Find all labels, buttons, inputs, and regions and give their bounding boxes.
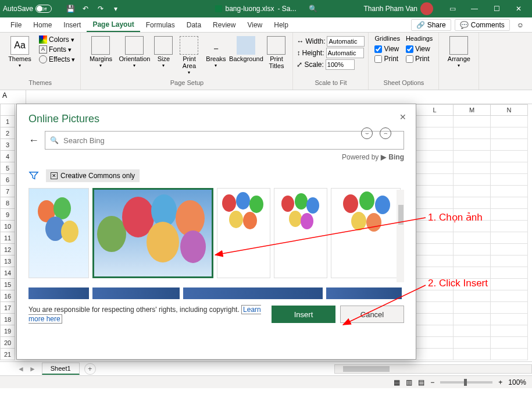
view-normal-icon[interactable]: ▦	[394, 378, 400, 386]
smiley-icon[interactable]: ☺	[517, 21, 524, 29]
result-thumb[interactable]	[28, 188, 89, 278]
row-header[interactable]: 7	[0, 186, 15, 197]
close-icon[interactable]: ✕	[508, 1, 529, 17]
sheet-nav-next-icon[interactable]: ►	[29, 365, 36, 373]
colors-button[interactable]: Colors ▾	[37, 35, 77, 44]
row-header[interactable]: 16	[0, 290, 15, 302]
zoom-slider[interactable]	[440, 381, 492, 384]
breaks-button[interactable]: ⎯Breaks▾	[203, 35, 228, 69]
print-titles-button[interactable]: Print Titles	[263, 35, 289, 70]
tab-formulas[interactable]: Formulas	[140, 19, 181, 31]
row-header[interactable]: 5	[0, 162, 15, 174]
row-header[interactable]: 11	[0, 232, 15, 244]
tab-insert[interactable]: Insert	[58, 19, 87, 31]
row-header[interactable]: 3	[0, 139, 15, 151]
row-header[interactable]: 20	[0, 337, 15, 349]
zoom-in-icon[interactable]: +	[498, 378, 502, 386]
dialog-close-icon[interactable]: ✕	[397, 111, 409, 123]
autosave-label: AutoSave	[3, 5, 33, 13]
effects-button[interactable]: Effects ▾	[37, 55, 77, 64]
save-icon[interactable]: 💾	[65, 3, 76, 14]
row-header[interactable]: 15	[0, 279, 15, 290]
redo-icon[interactable]: ↷	[95, 3, 106, 14]
row-header[interactable]: 14	[0, 267, 15, 279]
headings-print-checkbox[interactable]: Print	[406, 55, 433, 63]
tab-view[interactable]: View	[241, 19, 268, 31]
sheet-nav-prev-icon[interactable]: ◄	[17, 365, 24, 373]
minimize-icon[interactable]: —	[464, 1, 485, 17]
margins-button[interactable]: Margins▾	[84, 35, 117, 69]
cc-only-filter[interactable]: ✕ Creative Commons only	[46, 169, 140, 182]
result-thumb-selected[interactable]	[92, 188, 213, 278]
row-header[interactable]: 21	[0, 349, 15, 360]
ribbon-group-sheet-options: Gridlines View Print Headings View Print…	[369, 33, 439, 90]
row-header[interactable]: 13	[0, 255, 15, 267]
maximize-icon[interactable]: ☐	[486, 1, 507, 17]
col-header[interactable]: M	[454, 104, 491, 116]
row-header[interactable]: 10	[0, 221, 15, 232]
tab-help[interactable]: Help	[268, 19, 294, 31]
row-header[interactable]: 2	[0, 127, 15, 139]
filter-icon[interactable]	[28, 171, 39, 181]
share-button[interactable]: 🔗 Share	[411, 19, 451, 31]
results-scrollbar[interactable]	[397, 190, 404, 282]
zoom-out-icon[interactable]: −	[430, 378, 434, 386]
result-thumb[interactable]	[217, 188, 270, 278]
add-sheet-button[interactable]: +	[84, 363, 96, 375]
name-box[interactable]: A	[0, 90, 26, 104]
themes-button[interactable]: Aa Themes ▾	[3, 35, 36, 69]
back-icon[interactable]: ←	[28, 134, 39, 147]
width-input[interactable]	[327, 36, 365, 47]
print-area-button[interactable]: Print Area▾	[176, 35, 202, 76]
arrange-button[interactable]: Arrange▾	[442, 35, 475, 69]
user-area[interactable]: Thanh Pham Van	[363, 2, 433, 15]
row-header[interactable]: 9	[0, 209, 15, 221]
ribbon-group-themes: Aa Themes ▾ Colors ▾ AFonts ▾ Effects ▾ …	[0, 33, 81, 90]
gridlines-print-checkbox[interactable]: Print	[374, 55, 399, 63]
row-header[interactable]: 4	[0, 151, 15, 162]
cancel-button[interactable]: Cancel	[340, 306, 404, 323]
row-header[interactable]: 1	[0, 116, 15, 127]
gridlines-view-checkbox[interactable]: View	[374, 45, 399, 53]
orientation-button[interactable]: Orientation▾	[118, 35, 151, 69]
view-page-layout-icon[interactable]: ▥	[406, 378, 412, 386]
view-page-break-icon[interactable]: ▤	[418, 378, 424, 386]
comments-button[interactable]: 💬 Comments	[455, 19, 510, 31]
search-input[interactable]	[63, 136, 399, 145]
feedback-sad-icon[interactable]: ⌢	[380, 127, 391, 139]
feedback-happy-icon[interactable]: ⌣	[361, 127, 373, 139]
col-header[interactable]: L	[416, 104, 454, 116]
tab-data[interactable]: Data	[181, 19, 207, 31]
result-thumb[interactable]	[274, 188, 327, 278]
search-icon[interactable]: 🔍	[309, 5, 317, 13]
size-button[interactable]: Size▾	[152, 35, 175, 69]
search-box[interactable]: 🔍	[45, 131, 404, 150]
horizontal-scrollbar[interactable]	[334, 364, 532, 374]
zoom-level[interactable]: 100%	[508, 378, 526, 386]
row-header[interactable]: 12	[0, 244, 15, 255]
tab-file[interactable]: File	[5, 19, 27, 31]
height-input[interactable]	[326, 48, 364, 58]
qat-dropdown-icon[interactable]: ▾	[110, 3, 121, 14]
select-all[interactable]	[0, 104, 15, 116]
undo-icon[interactable]: ↶	[80, 3, 91, 14]
autosave-state: Off	[41, 7, 47, 11]
row-header[interactable]: 19	[0, 325, 15, 337]
tab-home[interactable]: Home	[27, 19, 58, 31]
background-button[interactable]: Background	[230, 35, 262, 63]
insert-button[interactable]: Insert	[272, 306, 335, 323]
row-header[interactable]: 6	[0, 174, 15, 186]
headings-view-checkbox[interactable]: View	[406, 45, 433, 53]
row-header[interactable]: 18	[0, 314, 15, 325]
scale-input[interactable]	[326, 59, 355, 70]
result-thumb[interactable]	[331, 188, 401, 278]
col-header[interactable]: N	[491, 104, 528, 116]
row-header[interactable]: 17	[0, 302, 15, 314]
row-header[interactable]: 8	[0, 197, 15, 209]
ribbon: Aa Themes ▾ Colors ▾ AFonts ▾ Effects ▾ …	[0, 33, 532, 90]
tab-review[interactable]: Review	[207, 19, 241, 31]
tab-page-layout[interactable]: Page Layout	[87, 18, 140, 32]
fonts-button[interactable]: AFonts ▾	[37, 45, 77, 54]
sheet-tab[interactable]: Sheet1	[42, 363, 80, 375]
ribbon-options-icon[interactable]: ▭	[442, 1, 463, 17]
